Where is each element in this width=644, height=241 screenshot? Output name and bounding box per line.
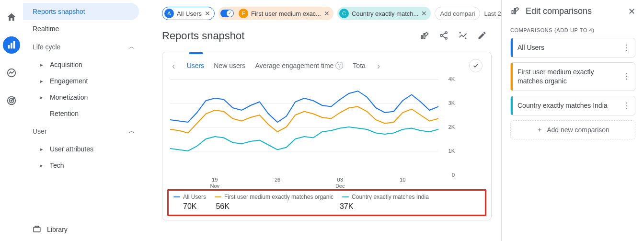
page-title: Reports snapshot	[162, 30, 244, 42]
panel-title: Edit comparisons	[526, 6, 622, 16]
comparison-label: All Users	[518, 43, 618, 52]
advertising-icon[interactable]	[3, 92, 20, 109]
metric-card: ‹ Users New users Average engagement tim…	[162, 52, 492, 220]
svg-rect-1	[11, 43, 12, 48]
close-icon[interactable]: ✕	[205, 10, 210, 17]
chevron-right-icon[interactable]: ›	[375, 60, 382, 71]
share-icon[interactable]	[439, 31, 448, 42]
caret-right-icon: ▸	[40, 162, 45, 169]
svg-rect-2	[13, 41, 15, 49]
caret-right-icon: ▸	[40, 78, 45, 84]
legend-dash-icon	[173, 196, 180, 198]
chip-country[interactable]: C Country exactly match... ✕	[337, 7, 431, 20]
close-icon[interactable]: ✕	[324, 10, 330, 17]
comparison-stripe	[511, 63, 513, 91]
edit-icon[interactable]	[477, 31, 487, 42]
y-tick-label: 2K	[448, 124, 455, 130]
edit-comparisons-icon	[510, 6, 520, 17]
avatar-f-icon: F	[239, 9, 248, 18]
home-icon[interactable]	[3, 9, 20, 26]
x-tick-label: 19Nov	[210, 177, 220, 189]
chip-daterange[interactable]: Last 2	[484, 7, 501, 20]
nav-acquisition[interactable]: ▸Acquisition	[23, 57, 143, 73]
comparison-stripe	[511, 96, 513, 115]
nav-reports-snapshot[interactable]: Reports snapshot	[23, 3, 139, 20]
svg-rect-8	[34, 227, 40, 232]
svg-rect-0	[8, 45, 10, 48]
legend-dash-icon	[342, 196, 349, 198]
close-icon[interactable]: ✕	[628, 6, 635, 17]
nav-retention[interactable]: Retention	[23, 105, 143, 122]
data-quality-icon[interactable]	[469, 59, 483, 72]
series-line	[170, 127, 438, 151]
chevron-left-icon[interactable]: ‹	[170, 60, 177, 71]
chip-first-user-medium[interactable]: ✓ F First user medium exac... ✕	[218, 7, 334, 20]
customize-report-icon[interactable]	[420, 31, 429, 42]
comparison-stripe	[511, 38, 513, 57]
nav-library[interactable]: Library	[23, 218, 143, 241]
library-icon	[33, 225, 41, 235]
chip-add-comparison[interactable]: Add compari	[435, 7, 480, 20]
nav-engagement[interactable]: ▸Engagement	[23, 73, 143, 89]
comparison-chips: A All Users ✕ ✓ F First user medium exac…	[162, 6, 492, 21]
y-tick-label: 0	[452, 172, 455, 178]
y-tick-label: 3K	[448, 100, 455, 106]
chevron-up-icon: ︿	[128, 43, 135, 51]
chip-all-users[interactable]: A All Users ✕	[162, 7, 215, 20]
help-icon[interactable]: ?	[335, 62, 343, 69]
caret-right-icon: ▸	[40, 62, 45, 68]
caret-right-icon: ▸	[40, 146, 45, 152]
legend-total: 70K	[183, 202, 196, 211]
kebab-menu-icon[interactable]: ⋮	[622, 72, 630, 81]
legend-total: 37K	[340, 202, 353, 211]
avatar-c-icon: C	[339, 9, 349, 18]
svg-line-15	[442, 35, 446, 37]
tab-new-users[interactable]: New users	[214, 62, 245, 69]
add-comparison-button[interactable]: ＋ Add new comparison	[510, 120, 635, 139]
chart-lines	[170, 79, 438, 175]
chevron-up-icon: ︿	[128, 127, 135, 136]
plus-icon: ＋	[536, 126, 543, 134]
edit-comparisons-panel: Edit comparisons ✕ COMPARISONS (ADD UP T…	[501, 0, 644, 241]
legend-item: Country exactly matches India	[342, 194, 429, 200]
close-icon[interactable]: ✕	[421, 10, 427, 17]
legend-item: All Users	[173, 194, 206, 200]
tab-total-revenue[interactable]: Tota	[353, 62, 365, 69]
legend-total: 56K	[216, 202, 229, 211]
x-tick-label: 03Dec	[335, 177, 345, 189]
chart-legend: All UsersFirst user medium exactly match…	[167, 189, 486, 216]
legend-dash-icon	[215, 196, 221, 198]
x-tick-label: 26	[275, 177, 280, 183]
nav-tech[interactable]: ▸Tech	[23, 157, 143, 173]
svg-rect-18	[512, 11, 513, 14]
explore-icon[interactable]	[3, 64, 20, 81]
svg-point-17	[465, 38, 466, 39]
svg-line-14	[442, 33, 446, 35]
toggle-icon[interactable]: ✓	[220, 10, 234, 17]
y-tick-label: 1K	[448, 148, 455, 154]
nav-user-attributes[interactable]: ▸User attributes	[23, 141, 143, 157]
series-line	[170, 107, 438, 133]
nav-section-lifecycle[interactable]: Life cycle ︿	[23, 37, 143, 57]
kebab-menu-icon[interactable]: ⋮	[622, 43, 630, 52]
nav-realtime[interactable]: Realtime	[23, 20, 139, 37]
x-tick-label: 10	[400, 177, 405, 183]
kebab-menu-icon[interactable]: ⋮	[622, 101, 630, 110]
sidebar: Reports snapshot Realtime Life cycle ︿ ▸…	[23, 0, 143, 241]
comparison-card[interactable]: First user medium exactly matches organi…	[510, 62, 635, 91]
app-rail	[0, 0, 23, 241]
comparison-label: Country exactly matches India	[518, 101, 618, 110]
nav-section-user[interactable]: User ︿	[23, 122, 143, 141]
tab-avg-engagement[interactable]: Average engagement time ?	[255, 62, 343, 69]
comparison-label: First user medium exactly matches organi…	[518, 68, 618, 86]
comparison-card[interactable]: All Users⋮	[510, 38, 635, 57]
comparison-card[interactable]: Country exactly matches India⋮	[510, 96, 635, 115]
legend-item: First user medium exactly matches organi…	[215, 194, 334, 200]
insights-icon[interactable]	[458, 31, 468, 42]
reports-icon[interactable]	[3, 36, 20, 54]
caret-right-icon: ▸	[40, 94, 45, 101]
tab-users[interactable]: Users	[187, 62, 205, 69]
nav-monetization[interactable]: ▸Monetization	[23, 89, 143, 105]
svg-rect-9	[421, 35, 423, 39]
svg-point-16	[460, 32, 460, 33]
